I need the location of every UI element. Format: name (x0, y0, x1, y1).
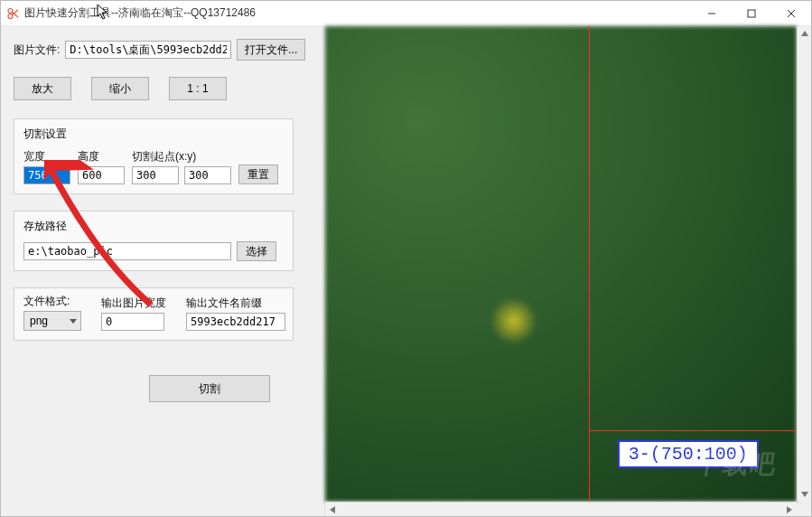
scroll-up-button[interactable] (798, 26, 812, 41)
arrow-left-icon (330, 506, 335, 513)
zoom-one-to-one-button[interactable]: 1 : 1 (169, 77, 227, 100)
app-icon (6, 7, 19, 20)
arrow-down-icon (801, 492, 808, 497)
height-label: 高度 (78, 149, 125, 164)
image-preview[interactable] (325, 26, 797, 502)
save-path-group: 存放路径 选择 (14, 211, 294, 271)
open-file-button[interactable]: 打开文件... (237, 39, 305, 61)
reset-button[interactable]: 重置 (238, 164, 278, 184)
arrow-right-icon (787, 506, 792, 513)
window-title: 图片快速分割工具--济南临在淘宝--QQ13712486 (24, 5, 256, 21)
prefix-input[interactable] (186, 313, 285, 331)
cut-settings-title: 切割设置 (23, 127, 284, 142)
start-x-input[interactable] (132, 166, 179, 184)
maximize-button[interactable] (732, 1, 771, 26)
format-value: png (30, 315, 48, 327)
output-width-input[interactable] (101, 313, 164, 331)
scroll-left-button[interactable] (325, 503, 340, 517)
left-panel: 图片文件: 打开文件... 放大 缩小 1 : 1 切割设置 宽度 (1, 26, 324, 516)
output-width-label: 输出图片宽度 (101, 296, 166, 311)
zoom-row: 放大 缩小 1 : 1 (14, 77, 312, 100)
close-button[interactable] (771, 1, 811, 26)
preview-panel: 3-(750:100) 下载吧 (324, 26, 811, 516)
file-path-input[interactable] (65, 41, 231, 59)
width-input[interactable] (23, 166, 70, 184)
vertical-scrollbar[interactable] (797, 26, 811, 502)
save-path-input[interactable] (23, 242, 231, 260)
scroll-down-button[interactable] (798, 487, 812, 502)
cut-button[interactable]: 切割 (149, 375, 270, 402)
horizontal-scrollbar[interactable] (325, 502, 797, 516)
svg-rect-5 (748, 10, 755, 17)
arrow-up-icon (801, 31, 808, 36)
start-y-input[interactable] (184, 166, 231, 184)
title-bar: 图片快速分割工具--济南临在淘宝--QQ13712486 (1, 1, 811, 26)
format-label: 文件格式: (23, 294, 81, 309)
zoom-in-button[interactable]: 放大 (14, 77, 71, 100)
cut-settings-group: 切割设置 宽度 高度 切割起点(x:y) (14, 118, 294, 194)
file-row: 图片文件: 打开文件... (14, 39, 312, 61)
start-label: 切割起点(x:y) (132, 149, 231, 164)
app-window: 图片快速分割工具--济南临在淘宝--QQ13712486 图片文件: 打开 (0, 0, 812, 517)
minimize-button[interactable] (692, 1, 732, 26)
chevron-down-icon (70, 319, 77, 324)
output-group: 文件格式: png 输出图片宽度 输出文件名前缀 (14, 287, 294, 341)
zoom-out-button[interactable]: 缩小 (91, 77, 149, 100)
prefix-label: 输出文件名前缀 (186, 296, 285, 311)
height-input[interactable] (78, 166, 125, 184)
scroll-right-button[interactable] (782, 503, 797, 517)
content-area: 图片文件: 打开文件... 放大 缩小 1 : 1 切割设置 宽度 (1, 26, 811, 516)
width-label: 宽度 (23, 149, 70, 164)
format-dropdown[interactable]: png (23, 311, 81, 331)
choose-path-button[interactable]: 选择 (237, 241, 276, 261)
window-controls (692, 1, 811, 26)
file-label: 图片文件: (14, 42, 60, 58)
save-path-title: 存放路径 (23, 219, 284, 234)
